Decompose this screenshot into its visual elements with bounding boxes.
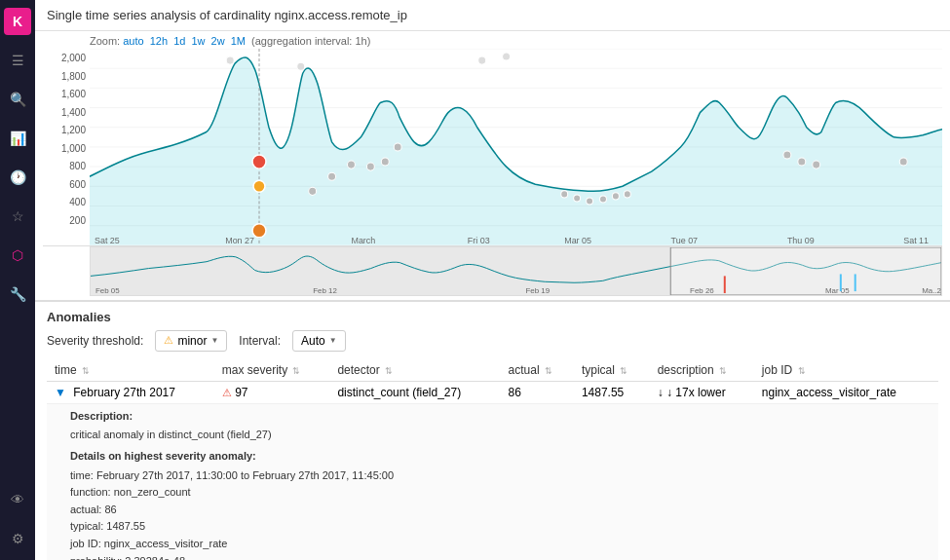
- app-logo[interactable]: K: [4, 8, 31, 35]
- function-value: non_zero_count: [114, 486, 191, 498]
- svg-point-13: [587, 198, 593, 205]
- typical-label: typical:: [70, 520, 103, 532]
- svg-text:Feb 12: Feb 12: [313, 286, 337, 295]
- anomaly-dot-minor-2: [328, 172, 336, 180]
- anomaly-dot-minor-6: [394, 143, 401, 151]
- svg-text:Mar 05: Mar 05: [825, 286, 850, 295]
- svg-point-24: [899, 158, 907, 166]
- y-label-600: 600: [69, 179, 86, 190]
- zoom-1w[interactable]: 1w: [191, 35, 205, 47]
- anomaly-dot-minor-3: [347, 161, 355, 168]
- controls-row: Severity threshold: ⚠ minor ▼ Interval: …: [47, 330, 938, 352]
- svg-point-11: [561, 191, 568, 198]
- job-id-label: job ID:: [70, 538, 101, 549]
- svg-point-22: [798, 158, 806, 166]
- svg-text:Feb 26: Feb 26: [690, 286, 714, 295]
- row-detector: distinct_count (field_27): [329, 381, 500, 403]
- svg-point-16: [624, 191, 630, 198]
- main-chart-container: 2,000 1,800 1,600 1,400 1,200 1,000 800 …: [43, 49, 942, 245]
- details-label: Details on highest severity anomaly:: [70, 448, 931, 466]
- svg-text:Feb 19: Feb 19: [525, 286, 550, 295]
- table-row[interactable]: ▼ February 27th 2017 ⚠ 97 distinct_count…: [47, 381, 938, 403]
- anomaly-dot-critical: [252, 155, 266, 168]
- zoom-12h[interactable]: 12h: [150, 35, 168, 47]
- svg-point-15: [612, 193, 619, 200]
- anomaly-dot-orange: [252, 224, 266, 238]
- sidebar-icon-chart[interactable]: 📊: [4, 125, 31, 152]
- actual-value: 86: [104, 504, 116, 515]
- col-actual: actual ⇅: [501, 359, 574, 382]
- interval-label: Interval:: [239, 334, 281, 348]
- typical-value: 1487.55: [106, 520, 145, 532]
- expand-detail-content: Description: critical anomaly in distinc…: [70, 408, 931, 560]
- svg-rect-42: [840, 274, 842, 291]
- svg-point-12: [574, 195, 581, 202]
- zoom-2w[interactable]: 2w: [211, 35, 225, 47]
- zoom-1d[interactable]: 1d: [173, 35, 185, 47]
- y-label-1200: 1,200: [61, 125, 86, 135]
- anomaly-dot-minor-4: [366, 163, 374, 170]
- chart-area: Zoom: auto 12h 1d 1w 2w 1M (aggregation …: [35, 31, 950, 300]
- svg-point-20: [503, 53, 511, 60]
- expand-detail-cell: Description: critical anomaly in distinc…: [47, 403, 938, 560]
- actual-label: actual:: [70, 504, 101, 515]
- severity-dropdown[interactable]: ⚠ minor ▼: [155, 330, 227, 352]
- sidebar-icon-search[interactable]: 🔍: [4, 86, 31, 113]
- svg-text:Mon 27: Mon 27: [225, 236, 254, 245]
- mini-chart-area[interactable]: Feb 05 Feb 12 Feb 19 Feb 26 Mar 05 Ma..2: [90, 246, 942, 296]
- zoom-1m[interactable]: 1M: [231, 35, 246, 47]
- svg-text:Tue 07: Tue 07: [671, 236, 698, 245]
- y-axis: 2,000 1,800 1,600 1,400 1,200 1,000 800 …: [43, 49, 90, 245]
- anomaly-dot-minor-1: [309, 187, 317, 195]
- anomaly-table: time ⇅ max severity ⇅ detector ⇅ actual …: [47, 359, 938, 560]
- sidebar-icon-ml[interactable]: ⬡: [4, 242, 31, 269]
- row-time: ▼ February 27th 2017: [47, 381, 214, 403]
- sidebar-icon-eye[interactable]: 👁: [4, 486, 31, 513]
- severity-value: minor: [177, 334, 207, 348]
- col-detector: detector ⇅: [329, 359, 500, 382]
- svg-text:Sat 25: Sat 25: [95, 236, 120, 245]
- y-label-1400: 1,400: [61, 107, 86, 118]
- expand-detail-row: Description: critical anomaly in distinc…: [47, 403, 938, 560]
- arrow-icon: ↓: [658, 386, 664, 399]
- severity-chevron: ▼: [210, 336, 218, 345]
- svg-text:Thu 09: Thu 09: [787, 236, 815, 245]
- probability-value: 2.39284e-48: [125, 555, 185, 560]
- y-label-400: 400: [69, 197, 86, 207]
- svg-text:Mar 05: Mar 05: [564, 236, 591, 245]
- sidebar-icon-wrench[interactable]: 🔧: [4, 280, 31, 308]
- sidebar-icon-gear[interactable]: ⚙: [4, 525, 31, 552]
- svg-text:Ma..2: Ma..2: [922, 286, 941, 295]
- zoom-controls: Zoom: auto 12h 1d 1w 2w 1M (aggregation …: [43, 35, 942, 47]
- y-label-200: 200: [69, 215, 86, 226]
- y-label-1600: 1,600: [61, 89, 86, 99]
- probability-label: probability:: [70, 555, 122, 560]
- severity-label: Severity threshold:: [47, 334, 143, 348]
- anomaly-dot-minor-5: [381, 158, 389, 166]
- sidebar-icon-menu[interactable]: ☰: [4, 47, 31, 74]
- svg-point-17: [226, 56, 234, 64]
- sidebar-icon-star[interactable]: ☆: [4, 203, 31, 230]
- col-time: time ⇅: [47, 359, 214, 382]
- expand-icon[interactable]: ▼: [55, 386, 66, 399]
- y-label-1000: 1,000: [61, 143, 86, 154]
- anomalies-title: Anomalies: [47, 310, 938, 324]
- svg-point-19: [478, 56, 486, 64]
- sidebar-icon-clock[interactable]: 🕐: [4, 164, 31, 191]
- svg-point-23: [813, 161, 820, 168]
- y-label-1800: 1,800: [61, 71, 86, 82]
- zoom-auto[interactable]: auto: [123, 35, 143, 47]
- anomalies-section: Anomalies Severity threshold: ⚠ minor ▼ …: [35, 300, 950, 560]
- job-id-value: nginx_access_visitor_rate: [104, 538, 228, 549]
- y-label-800: 800: [69, 161, 86, 171]
- interval-dropdown[interactable]: Auto ▼: [292, 330, 346, 352]
- function-label: function:: [70, 486, 111, 498]
- col-description: description ⇅: [650, 359, 754, 382]
- chart-svg-container[interactable]: Sat 25 Mon 27 March Fri 03 Mar 05 Tue 07…: [90, 49, 942, 245]
- row-max-severity: ⚠ 97: [214, 381, 330, 403]
- time-value: February 27th 2017, 11:30:00 to February…: [96, 469, 394, 481]
- row-actual: 86: [501, 381, 574, 403]
- main-content: Single time series analysis of cardinali…: [35, 0, 950, 560]
- y-label-2000: 2,000: [61, 53, 86, 63]
- svg-text:Sat 11: Sat 11: [903, 236, 929, 245]
